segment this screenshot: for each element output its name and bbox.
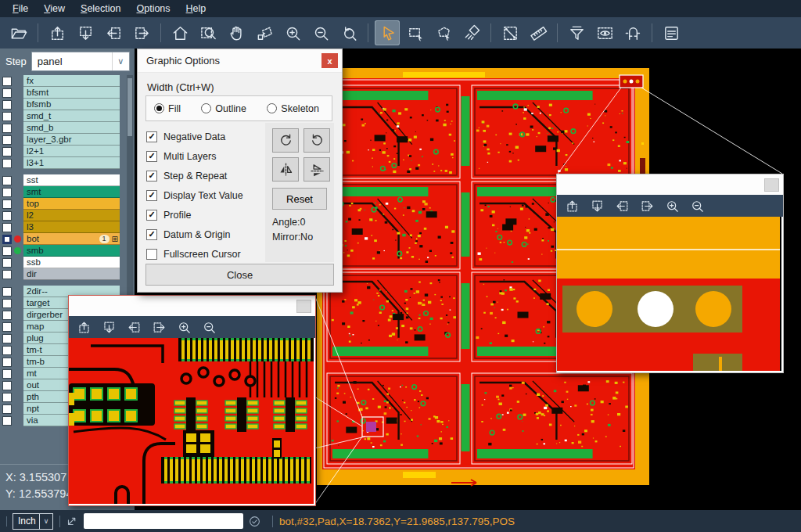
checkbox-step-repeat[interactable]: ✓Step & Repeat <box>146 166 264 185</box>
layer-checkbox[interactable] <box>2 334 12 343</box>
layer-row-smt[interactable]: smt <box>0 186 135 198</box>
layer-label[interactable]: bot1⊞ <box>23 233 120 245</box>
layer-checkbox[interactable] <box>2 246 12 256</box>
pan-view-right-tool[interactable] <box>640 199 655 214</box>
zoom-previous-tool[interactable] <box>336 20 361 45</box>
mirror-vertical-button[interactable] <box>272 157 299 182</box>
layer-label[interactable]: smb <box>23 245 120 257</box>
layer-checkbox[interactable] <box>2 287 12 297</box>
pan-view-up-tool[interactable] <box>565 199 580 214</box>
pan-view-left-tool[interactable] <box>127 320 142 335</box>
pan-view-up-tool[interactable] <box>45 20 70 45</box>
magnifier-window-1[interactable] <box>68 295 316 506</box>
zoom-out-tool[interactable] <box>308 20 333 45</box>
zoom-in-tool[interactable] <box>280 20 305 45</box>
menu-help[interactable]: Help <box>178 2 214 16</box>
layer-checkbox[interactable] <box>2 159 12 168</box>
layer-row-l3-1[interactable]: l3+1 <box>0 157 135 169</box>
layer-row-bfsmb[interactable]: bfsmb <box>0 99 135 110</box>
reset-button[interactable]: Reset <box>272 188 327 210</box>
menu-selection[interactable]: Selection <box>73 2 128 16</box>
layer-row-fx[interactable]: fx <box>0 75 135 87</box>
layer-checkbox[interactable] <box>2 135 12 145</box>
pan-view-up-tool[interactable] <box>77 320 92 335</box>
zoom-out-tool[interactable] <box>690 199 705 214</box>
scrollbar-thumb[interactable] <box>128 78 132 136</box>
rect-select-tool[interactable] <box>403 20 428 45</box>
zoom-in-tool[interactable] <box>177 320 192 335</box>
pan-view-down-tool[interactable] <box>590 199 605 214</box>
layer-checkbox[interactable] <box>2 112 12 121</box>
layer-label[interactable]: top <box>23 198 120 210</box>
layer-checkbox[interactable] <box>2 346 12 355</box>
rotate-cw-button[interactable] <box>272 128 299 153</box>
layer-row-bfsmt[interactable]: bfsmt <box>0 87 135 99</box>
pan-view-down-tool[interactable] <box>73 20 98 45</box>
layer-checkbox[interactable] <box>2 223 12 232</box>
magnifier-2-titlebar[interactable] <box>557 174 783 195</box>
checkbox-fullscreen-cursor[interactable]: Fullscreen Cursor <box>146 244 264 264</box>
magnifier-1-view[interactable] <box>69 338 315 504</box>
layer-checkbox[interactable] <box>2 200 12 209</box>
layer-checkbox[interactable] <box>2 124 12 133</box>
layer-checkbox[interactable] <box>2 188 12 197</box>
mirror-horizontal-button[interactable] <box>304 157 330 182</box>
radio-skeleton[interactable]: Skeleton <box>267 103 319 114</box>
chevron-down-icon[interactable]: ∨ <box>39 514 52 529</box>
layer-checkbox[interactable] <box>2 211 12 221</box>
magnifier-2-view[interactable] <box>557 217 783 371</box>
rotate-ccw-button[interactable] <box>304 128 330 153</box>
magnifier-window-2[interactable] <box>556 174 784 373</box>
layer-label[interactable]: bfsmb <box>23 99 120 110</box>
zoom-selection-tool[interactable] <box>252 20 277 45</box>
layer-label[interactable]: ssb <box>23 257 120 268</box>
layer-row-dir[interactable]: dir <box>0 268 135 280</box>
layer-checkbox[interactable] <box>2 404 12 414</box>
pan-view-left-tool[interactable] <box>615 199 630 214</box>
layer-row-sst[interactable]: sst <box>0 174 135 186</box>
step-select[interactable]: panel ∨ <box>31 52 130 71</box>
pan-view-right-tool[interactable] <box>129 20 154 45</box>
layer-checkbox[interactable] <box>2 369 12 379</box>
layer-row-l2-1[interactable]: l2+1 <box>0 146 135 157</box>
group-select-tool[interactable] <box>431 20 456 45</box>
layer-label[interactable]: smd_b <box>23 122 120 134</box>
layer-row-smd-b[interactable]: smd_b <box>0 122 135 134</box>
layer-label[interactable]: sst <box>23 174 120 186</box>
unit-select[interactable]: Inch ∨ <box>13 513 53 530</box>
zoom-window-tool[interactable] <box>196 20 221 45</box>
layer-row-bot[interactable]: bot1⊞ <box>0 233 135 245</box>
layer-checkbox[interactable] <box>2 393 12 402</box>
layer-checkbox[interactable] <box>2 299 12 308</box>
checkbox-negative-data[interactable]: ✓Negative Data <box>146 127 264 146</box>
home-view-tool[interactable] <box>167 20 192 45</box>
layer-label[interactable]: fx <box>23 75 120 87</box>
layer-checkbox[interactable] <box>2 147 12 156</box>
layer-checkbox[interactable] <box>2 311 12 320</box>
measure-distance-tool[interactable] <box>497 20 523 45</box>
command-input[interactable] <box>84 513 243 529</box>
set-origin-icon[interactable] <box>65 514 79 528</box>
layer-row-l2[interactable]: l2 <box>0 210 135 221</box>
filter-funnel-tool[interactable] <box>564 20 589 45</box>
layer-label[interactable]: l3 <box>23 221 120 233</box>
pan-view-left-tool[interactable] <box>101 20 126 45</box>
snap-magnet-tool[interactable] <box>620 20 645 45</box>
layer-checkbox[interactable] <box>2 416 12 426</box>
ruler-measure-tool[interactable] <box>526 20 551 45</box>
layer-row-l3[interactable]: l3 <box>0 221 135 233</box>
clean-brush-tool[interactable] <box>459 20 484 45</box>
layer-checkbox[interactable] <box>2 358 12 367</box>
layer-checkbox[interactable] <box>2 235 12 244</box>
layer-row-layer-3-gbr[interactable]: layer_3.gbr <box>0 134 135 146</box>
zoom-out-tool[interactable] <box>202 320 217 335</box>
open-folder-tool[interactable] <box>6 20 31 45</box>
layer-label[interactable]: l2 <box>23 210 120 221</box>
pan-view-right-tool[interactable] <box>152 320 167 335</box>
layer-checkbox[interactable] <box>2 322 12 332</box>
layer-checkbox[interactable] <box>2 176 12 185</box>
layer-checkbox[interactable] <box>2 258 12 268</box>
zoom-in-tool[interactable] <box>665 199 680 214</box>
radio-outline[interactable]: Outline <box>201 103 246 114</box>
apply-check-icon[interactable] <box>248 515 261 528</box>
